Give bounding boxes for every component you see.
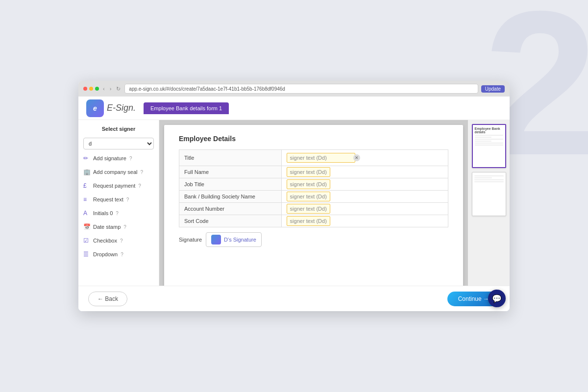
doc-tab[interactable]: Employee Bank details form 1 bbox=[144, 102, 229, 114]
table-row: Sort Code signer text (Dd) bbox=[179, 215, 448, 227]
app-header: e E-Sign. Employee Bank details form 1 bbox=[78, 97, 510, 120]
field-label-fullname: Full Name bbox=[179, 166, 282, 178]
field-label-sortcode: Sort Code bbox=[179, 215, 282, 227]
help-icon-date[interactable]: ? bbox=[123, 224, 126, 230]
back-button[interactable]: ← Back bbox=[88, 292, 127, 306]
select-signer-label: Select signer bbox=[83, 126, 154, 132]
field-cell-account: signer text (Dd) bbox=[281, 203, 448, 215]
thumb-line bbox=[474, 179, 504, 180]
table-row: Full Name signer text (Dd) bbox=[179, 166, 448, 178]
close-dot[interactable] bbox=[83, 87, 87, 91]
address-bar[interactable]: app.e-sign.co.uk/#/docs/create/7a5daac-1… bbox=[124, 84, 478, 94]
field-label-jobtitle: Job Title bbox=[179, 178, 282, 191]
browser-window-controls bbox=[83, 87, 99, 91]
sidebar-item-add-signature[interactable]: ✏ Add signature ? bbox=[83, 153, 154, 163]
update-button[interactable]: Update bbox=[481, 85, 505, 93]
title-field[interactable]: signer text (Dd) bbox=[287, 153, 355, 163]
thumb-line bbox=[474, 181, 504, 182]
browser-window: ‹ › ↻ app.e-sign.co.uk/#/docs/create/7a5… bbox=[78, 81, 510, 311]
refresh-icon[interactable]: ↻ bbox=[115, 86, 122, 92]
thumb-line bbox=[475, 135, 503, 136]
field-label-bank: Bank / Building Society Name bbox=[179, 191, 282, 203]
sidebar-item-date-stamp[interactable]: 📅 Date stamp ? bbox=[83, 222, 154, 232]
sortcode-field[interactable]: signer text (Dd) bbox=[287, 216, 330, 226]
sidebar: Select signer d ✏ Add signature ? 🏢 Add … bbox=[78, 120, 159, 286]
table-row: Title signer text (Dd) ✕ bbox=[179, 150, 448, 166]
sidebar-item-label: Initials 0 bbox=[93, 210, 113, 216]
field-label-title: Title bbox=[179, 150, 282, 166]
sidebar-item-dropdown[interactable]: ☰ Dropdown ? bbox=[83, 249, 154, 259]
chat-bubble[interactable]: 💬 bbox=[488, 290, 506, 307]
signer-select[interactable]: d bbox=[83, 138, 154, 149]
initials-icon: A bbox=[83, 210, 90, 217]
signature-btn-label: D's Signature bbox=[224, 237, 256, 243]
thumb-line bbox=[475, 141, 492, 142]
date-icon: 📅 bbox=[83, 223, 90, 230]
sidebar-item-label: Add company seal bbox=[93, 169, 138, 175]
thumbnail-1[interactable]: Employee Bank details bbox=[472, 124, 506, 168]
account-field[interactable]: signer text (Dd) bbox=[287, 204, 330, 214]
sidebar-item-label: Date stamp bbox=[93, 224, 121, 230]
table-row: Job Title signer text (Dd) bbox=[179, 178, 448, 191]
sidebar-item-checkbox[interactable]: ☑ Checkbox ? bbox=[83, 236, 154, 245]
title-field-wrapper: signer text (Dd) ✕ bbox=[287, 153, 355, 163]
thumb-line bbox=[475, 137, 492, 138]
text-icon: ≡ bbox=[83, 196, 90, 203]
signature-btn-icon bbox=[211, 235, 221, 245]
address-text: app.e-sign.co.uk/#/docs/create/7a5daac-1… bbox=[129, 86, 285, 92]
table-row: Account Number signer text (Dd) bbox=[179, 203, 448, 215]
form-table: Title signer text (Dd) ✕ Fu bbox=[179, 149, 448, 227]
sidebar-item-label: Request text bbox=[93, 196, 123, 202]
signature-icon: ✏ bbox=[83, 155, 90, 162]
bank-field[interactable]: signer text (Dd) bbox=[287, 192, 330, 201]
document-area: Employee Details Title signer text (Dd) … bbox=[159, 120, 468, 286]
sidebar-item-label: Request payment bbox=[93, 183, 135, 189]
field-label-account: Account Number bbox=[179, 203, 282, 215]
help-icon-seal[interactable]: ? bbox=[141, 170, 144, 175]
field-cell-title: signer text (Dd) ✕ bbox=[281, 150, 448, 166]
bottom-bar: ← Back 💬 Continue → bbox=[78, 286, 510, 311]
sidebar-item-request-text[interactable]: ≡ Request text ? bbox=[83, 195, 154, 204]
maximize-dot[interactable] bbox=[95, 87, 99, 91]
thumb-line bbox=[475, 143, 503, 144]
title-field-clear[interactable]: ✕ bbox=[353, 154, 360, 161]
thumb-line bbox=[474, 175, 504, 176]
logo-area: e E-Sign. bbox=[86, 99, 136, 117]
seal-icon: 🏢 bbox=[83, 169, 90, 175]
jobtitle-field[interactable]: signer text (Dd) bbox=[287, 179, 330, 189]
signature-label: Signature bbox=[179, 237, 202, 243]
thumb-line bbox=[474, 177, 492, 178]
help-icon-dropdown[interactable]: ? bbox=[121, 252, 123, 257]
sidebar-item-label: Dropdown bbox=[93, 251, 118, 257]
thumbnail-panel: Employee Bank details bbox=[468, 120, 510, 286]
help-icon-payment[interactable]: ? bbox=[138, 183, 141, 189]
thumb-line bbox=[475, 145, 503, 146]
payment-icon: £ bbox=[83, 182, 90, 189]
sidebar-item-initials[interactable]: A Initials 0 ? bbox=[83, 208, 154, 218]
minimize-dot[interactable] bbox=[89, 87, 93, 91]
sidebar-item-request-payment[interactable]: £ Request payment ? bbox=[83, 181, 154, 191]
help-icon-initials[interactable]: ? bbox=[116, 211, 119, 216]
thumb-line bbox=[475, 139, 503, 140]
help-icon-checkbox[interactable]: ? bbox=[120, 238, 123, 244]
dropdown-icon: ☰ bbox=[83, 251, 90, 258]
signature-row: Signature D's Signature bbox=[179, 232, 448, 247]
field-cell-jobtitle: signer text (Dd) bbox=[281, 178, 448, 191]
sidebar-item-add-company-seal[interactable]: 🏢 Add company seal ? bbox=[83, 167, 154, 177]
main-layout: Select signer d ✏ Add signature ? 🏢 Add … bbox=[78, 120, 510, 286]
checkbox-icon: ☑ bbox=[83, 237, 90, 244]
field-cell-bank: signer text (Dd) bbox=[281, 191, 448, 203]
thumb-title-1: Employee Bank details bbox=[475, 127, 503, 134]
sidebar-item-label: Checkbox bbox=[93, 238, 117, 244]
thumbnail-2[interactable] bbox=[472, 172, 506, 216]
help-icon-text[interactable]: ? bbox=[126, 197, 129, 202]
signature-button[interactable]: D's Signature bbox=[206, 232, 262, 247]
sidebar-item-label: Add signature bbox=[93, 155, 126, 161]
help-icon-signature[interactable]: ? bbox=[129, 156, 132, 161]
logo-icon: e bbox=[86, 99, 104, 117]
back-nav-icon[interactable]: ‹ bbox=[102, 86, 106, 92]
browser-chrome: ‹ › ↻ app.e-sign.co.uk/#/docs/create/7a5… bbox=[78, 81, 510, 97]
forward-nav-icon[interactable]: › bbox=[109, 86, 113, 92]
table-row: Bank / Building Society Name signer text… bbox=[179, 191, 448, 203]
fullname-field[interactable]: signer text (Dd) bbox=[287, 167, 330, 177]
